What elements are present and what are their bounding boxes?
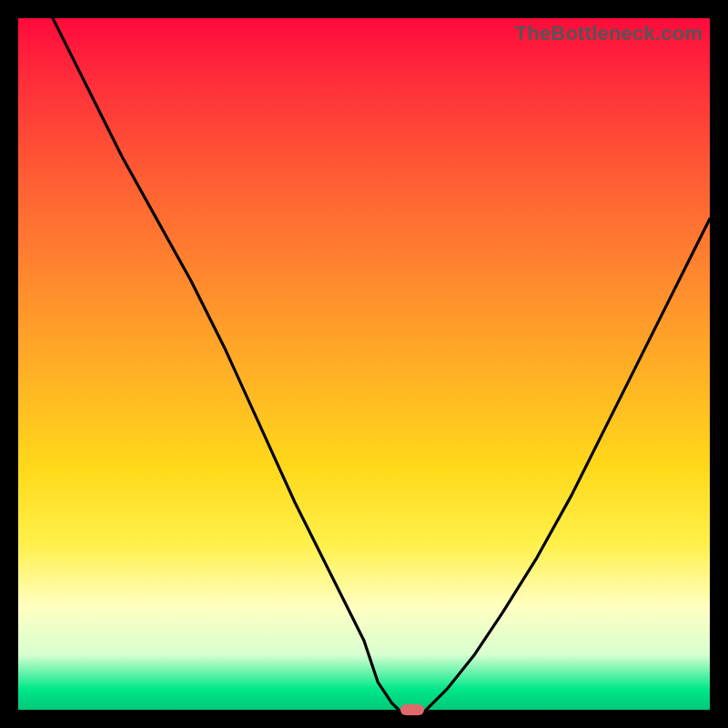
chart-frame: TheBottleneck.com [0,0,728,728]
watermark-label: TheBottleneck.com [515,22,703,46]
plot-area: TheBottleneck.com [18,18,710,710]
optimal-marker [400,704,425,716]
curve-left-branch [53,18,399,710]
bottleneck-curve [18,18,710,710]
curve-right-branch [426,218,710,710]
